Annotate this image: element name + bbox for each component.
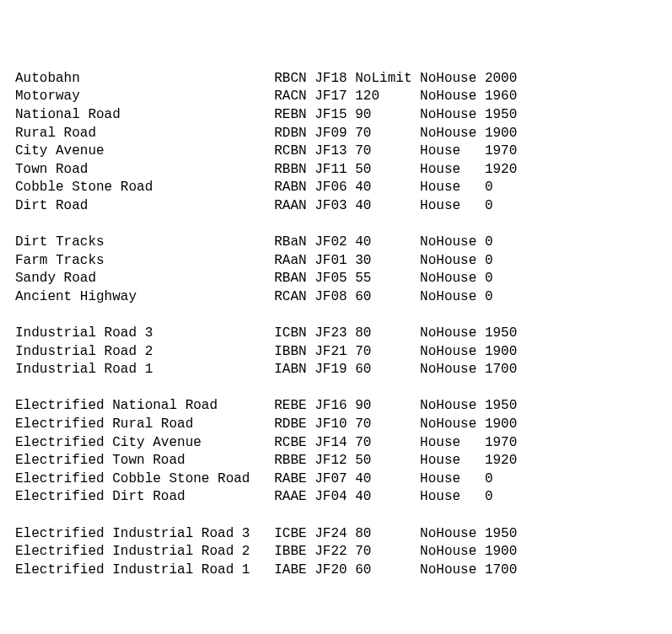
table-row: Rural Road RDBN JF09 70 NoHouse 1900	[15, 125, 657, 143]
table-row: Electrified Industrial Road 1 IABE JF20 …	[15, 561, 657, 580]
table-row: Industrial Road 1 IABN JF19 60 NoHouse 1…	[15, 361, 657, 379]
table-row: Industrial Road 2 IBBN JF21 70 NoHouse 1…	[15, 343, 657, 362]
table-row: Electrified Cobble Stone Road RABE JF07 …	[15, 470, 657, 489]
table-row: Electrified Rural Road RDBE JF10 70 NoHo…	[15, 416, 657, 434]
table-row: Electrified Industrial Road 3 ICBE JF24 …	[15, 525, 657, 544]
table-row: Electrified City Avenue RCBE JF14 70 Hou…	[15, 434, 657, 453]
table-row: Electrified Industrial Road 2 IBBE JF22 …	[15, 543, 657, 561]
blank-row	[15, 507, 657, 525]
roads-table: Autobahn RBCN JF18 NoLimit NoHouse 2000M…	[15, 70, 657, 580]
table-row: Cobble Stone Road RABN JF06 40 House 0	[15, 179, 657, 197]
table-row: Sandy Road RBAN JF05 55 NoHouse 0	[15, 270, 657, 288]
table-row: City Avenue RCBN JF13 70 House 1970	[15, 142, 657, 161]
table-row: Town Road RBBN JF11 50 House 1920	[15, 161, 657, 180]
table-row: National Road REBN JF15 90 NoHouse 1950	[15, 106, 657, 125]
blank-row	[15, 307, 657, 325]
table-row: Farm Tracks RAaN JF01 30 NoHouse 0	[15, 252, 657, 271]
table-row: Electrified National Road REBE JF16 90 N…	[15, 397, 657, 416]
table-row: Motorway RACN JF17 120 NoHouse 1960	[15, 88, 657, 106]
table-row: Ancient Highway RCAN JF08 60 NoHouse 0	[15, 288, 657, 307]
table-row: Dirt Road RAAN JF03 40 House 0	[15, 197, 657, 216]
table-row: Electrified Dirt Road RAAE JF04 40 House…	[15, 488, 657, 507]
table-row: Autobahn RBCN JF18 NoLimit NoHouse 2000	[15, 70, 657, 89]
blank-row	[15, 379, 657, 398]
table-row: Dirt Tracks RBaN JF02 40 NoHouse 0	[15, 234, 657, 252]
blank-row	[15, 216, 657, 234]
table-row: Electrified Town Road RBBE JF12 50 House…	[15, 452, 657, 470]
table-row: Industrial Road 3 ICBN JF23 80 NoHouse 1…	[15, 325, 657, 343]
